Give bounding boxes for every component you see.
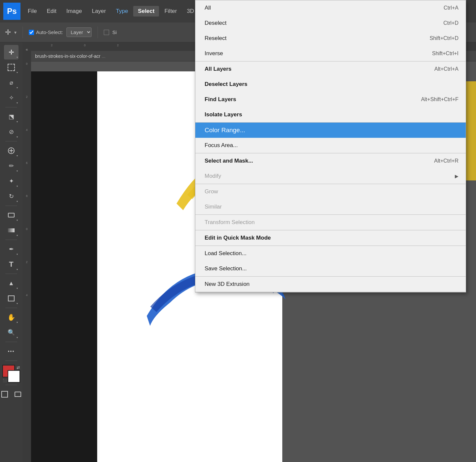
history-icon: ↻ [9,193,14,200]
ruler-mark-top-0: 0 [84,44,86,47]
menu-item-color-range[interactable]: Color Range... [195,123,466,138]
chevron-down-icon[interactable]: ▾ [14,30,17,35]
shape-icon [8,295,15,301]
sub-arrow-icon14: ▾ [17,268,18,271]
menu-item-select-mask[interactable]: Select and Mask... Alt+Ctrl+R [195,153,466,169]
path-select-icon: ▲ [8,280,14,287]
menu-item-select[interactable]: Select [133,6,159,17]
left-toolbar: ✛ ▾ ▾ ⌀ ▾ ✧ ▾ ⬔ ▾ ⊘ ▾ ▾ ✏ ▾ [0,42,22,462]
ruler-mark-4b: 4 [22,293,31,297]
menu-section-7: Edit in Quick Mask Mode [195,230,466,246]
panel-collapse-btn[interactable]: « [22,46,31,53]
menu-section-1: All Ctrl+A Deselect Ctrl+D Reselect Shif… [195,0,466,61]
background-color[interactable] [8,370,20,383]
sub-arrow-icon18: ▾ [17,336,18,339]
menu-item-deselect[interactable]: Deselect Ctrl+D [195,16,466,31]
menu-item-type[interactable]: Type [111,6,133,17]
menu-item-inverse[interactable]: Inverse Shift+Ctrl+I [195,46,466,61]
menu-item-grow: Grow [195,184,466,199]
standard-mode-btn[interactable] [0,388,11,400]
auto-select-check[interactable]: Auto-Select: [29,29,63,35]
menu-label-save-selection: Save Selection... [205,265,247,272]
reset-colors-icon[interactable]: ⬛ [3,379,7,382]
tool-move[interactable]: ✛ ▾ [4,45,19,59]
sub-arrow-icon12: ▾ [17,234,18,237]
swap-colors-icon[interactable]: ⇄ [17,365,20,370]
ps-logo: Ps [3,3,20,20]
sub-arrow-icon3: ▾ [17,86,18,89]
tool-heal[interactable]: ▾ [4,143,19,158]
zoom-icon: 🔍 [8,329,15,336]
quick-mask-icon [15,392,21,397]
tool-eraser[interactable]: ▾ [4,208,19,222]
menu-item-layer[interactable]: Layer [87,6,111,17]
menu-item-focus-area[interactable]: Focus Area... [195,138,466,153]
tool-marquee[interactable]: ▾ [4,60,19,75]
menu-item-modify[interactable]: Modify ▶ [195,169,466,184]
sub-arrow-icon5: ▾ [17,120,18,123]
menu-section-8: Load Selection... Save Selection... [195,246,466,277]
menu-item-edit[interactable]: Edit [42,6,61,17]
collapse-arrow-icon: « [26,47,28,52]
tool-lasso[interactable]: ⌀ ▾ [4,75,19,90]
auto-select-checkbox[interactable] [29,30,34,35]
menu-item-quick-mask[interactable]: Edit in Quick Mask Mode [195,230,466,246]
sub-arrow-icon13: ▾ [17,253,18,256]
toolbar-sep5 [5,274,17,274]
menu-section-6: Transform Selection [195,215,466,230]
toolbar-sep3 [5,206,17,206]
toolbar-sep6 [5,308,17,308]
tool-pen[interactable]: ✒ ▾ [4,242,19,256]
tool-extras[interactable]: ••• [4,344,19,359]
tool-gradient[interactable]: ▾ [4,223,19,238]
menu-item-isolate-layers[interactable]: Isolate Layers [195,107,466,122]
tool-history[interactable]: ↻ ▾ [4,189,19,204]
toolbar-sep9 [5,385,17,385]
lasso-icon: ⌀ [10,79,13,86]
ruler-mark-0b: 0 [22,227,31,231]
menu-item-reselect[interactable]: Reselect Shift+Ctrl+D [195,31,466,46]
tool-brush[interactable]: ✏ ▾ [4,159,19,173]
quick-mask-btn[interactable] [12,388,24,400]
menu-item-all[interactable]: All Ctrl+A [195,0,466,16]
ruler-mark-2: 2 [22,95,31,98]
sub-arrow-icon7: ▾ [17,154,18,157]
tool-hand[interactable]: ✋ ▾ [4,310,19,325]
show-transform-controls-checkbox[interactable] [104,30,109,35]
menu-item-filter[interactable]: Filter [160,6,181,17]
menu-item-image[interactable]: Image [62,6,87,17]
menu-label-grow: Grow [205,188,218,195]
extras-icon: ••• [8,349,15,354]
menu-item-new-3d[interactable]: New 3D Extrusion [195,277,466,292]
tool-path-select[interactable]: ▲ ▾ [4,276,19,290]
type-icon: T [9,260,13,269]
canvas-black-area [31,71,97,462]
tool-magic-wand[interactable]: ✧ ▾ [4,91,19,105]
menu-shortcut-all-layers: Alt+Ctrl+A [434,66,458,72]
menu-item-file[interactable]: File [23,6,41,17]
menu-item-load-selection[interactable]: Load Selection... [195,246,466,261]
layer-dropdown[interactable]: Layer [66,27,92,37]
svg-rect-3 [8,228,15,232]
document-title-text: brush-strokes-in-six-color-of-acr [35,54,100,59]
sub-arrow-icon10: ▾ [17,200,18,203]
tool-shape[interactable]: ▾ [4,291,19,306]
menu-label-new-3d: New 3D Extrusion [205,281,250,288]
menu-item-all-layers[interactable]: All Layers Alt+Ctrl+A [195,61,466,77]
tool-eyedropper[interactable]: ⊘ ▾ [4,125,19,139]
standard-mode-icon [1,391,8,398]
menu-item-find-layers[interactable]: Find Layers Alt+Shift+Ctrl+F [195,92,466,107]
menu-item-save-selection[interactable]: Save Selection... [195,261,466,276]
marquee-icon [8,64,15,71]
menu-label-load-selection: Load Selection... [205,250,247,257]
select-dropdown-menu: All Ctrl+A Deselect Ctrl+D Reselect Shif… [195,0,466,292]
menu-item-transform-selection: Transform Selection [195,215,466,230]
menu-item-deselect-layers[interactable]: Deselect Layers [195,77,466,92]
toolbar-sep8 [5,361,17,361]
ruler-mark-4: 4 [22,128,31,132]
tool-type[interactable]: T ▾ [4,257,19,272]
ruler-mark-6: 6 [22,161,31,165]
tool-clone[interactable]: ✦ ▾ [4,174,19,188]
tool-crop[interactable]: ⬔ ▾ [4,109,19,124]
tool-zoom[interactable]: 🔍 ▾ [4,325,19,340]
